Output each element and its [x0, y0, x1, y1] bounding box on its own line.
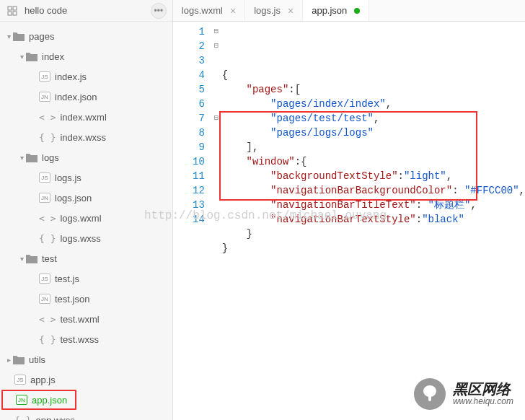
folder-logs[interactable]: ▾ logs: [0, 147, 172, 167]
file-test-wxml[interactable]: < >test.wxml: [0, 309, 172, 329]
caret-down-icon: ▾: [17, 53, 26, 61]
file-index-wxml[interactable]: < >index.wxml: [0, 107, 172, 127]
folder-icon: [26, 52, 38, 61]
js-file-icon: JS: [14, 375, 26, 385]
folder-icon: [13, 355, 25, 364]
folder-label: utils: [29, 354, 45, 365]
file-index-json[interactable]: JNindex.json: [0, 87, 172, 107]
file-index-js[interactable]: JSindex.js: [0, 66, 172, 87]
fold-gutter: ⊟⊟⊟: [211, 25, 222, 270]
file-test-js[interactable]: JStest.js: [0, 268, 172, 289]
line-number-gutter: 1234567891011121314: [173, 25, 211, 270]
file-test-json[interactable]: JNtest.json: [0, 289, 172, 309]
code-content[interactable]: { "pages":[ "pages/index/index", "pages/…: [222, 25, 525, 270]
svg-rect-2: [8, 12, 12, 15]
close-icon[interactable]: ×: [288, 5, 294, 17]
project-name: hello code: [19, 5, 151, 16]
file-logs-wxss[interactable]: { }logs.wxss: [0, 228, 172, 248]
wxml-file-icon: < >: [39, 213, 56, 224]
js-file-icon: JS: [39, 71, 50, 82]
file-app-wxss[interactable]: { }app.wxss: [0, 410, 172, 420]
folder-test[interactable]: ▾ test: [0, 248, 172, 268]
folder-index[interactable]: ▾ index: [0, 46, 172, 66]
svg-rect-3: [13, 12, 17, 15]
file-logs-js[interactable]: JSlogs.js: [0, 167, 172, 188]
caret-down-icon: ▾: [17, 154, 26, 162]
folder-pages[interactable]: ▾ pages: [0, 26, 172, 46]
tab-label: app.json: [312, 5, 347, 16]
wxss-file-icon: { }: [39, 334, 56, 345]
close-icon[interactable]: ×: [230, 5, 236, 17]
wxml-file-icon: < >: [39, 112, 56, 123]
more-button[interactable]: •••: [151, 3, 167, 19]
file-logs-wxml[interactable]: < >logs.wxml: [0, 208, 172, 228]
folder-label: index: [42, 51, 64, 62]
folder-icon: [13, 32, 25, 41]
json-file-icon: JN: [39, 92, 50, 102]
file-app-json[interactable]: JNapp.json: [1, 390, 76, 410]
wxss-file-icon: { }: [39, 132, 56, 143]
js-file-icon: JS: [39, 172, 50, 183]
editor-tabs: logs.wxml × logs.js × app.json: [173, 0, 525, 22]
caret-down-icon: ▾: [4, 32, 13, 40]
code-area[interactable]: 1234567891011121314 ⊟⊟⊟ { "pages":[ "pag…: [173, 22, 525, 270]
svg-rect-1: [13, 6, 17, 10]
wxss-file-icon: { }: [14, 415, 31, 421]
wxss-file-icon: { }: [39, 233, 56, 244]
tab-label: logs.js: [254, 5, 281, 16]
tree-view-toggle-icon[interactable]: [6, 4, 19, 17]
file-app-js[interactable]: JSapp.js: [0, 369, 172, 390]
file-index-wxss[interactable]: { }index.wxss: [0, 127, 172, 147]
file-test-wxss[interactable]: { }test.wxss: [0, 329, 172, 349]
folder-icon: [26, 153, 38, 162]
tab-app-json[interactable]: app.json: [303, 0, 369, 21]
file-tree: ▾ pages ▾ index JSindex.js JNindex.json …: [0, 22, 172, 420]
caret-down-icon: ▾: [17, 255, 26, 263]
tab-logs-wxml[interactable]: logs.wxml ×: [173, 0, 245, 21]
tab-logs-js[interactable]: logs.js ×: [245, 0, 303, 21]
wxml-file-icon: < >: [39, 314, 56, 325]
js-file-icon: JS: [39, 274, 50, 284]
folder-label: logs: [42, 152, 59, 163]
tab-label: logs.wxml: [182, 5, 223, 16]
folder-label: test: [42, 253, 57, 264]
code-editor: logs.wxml × logs.js × app.json 123456789…: [173, 0, 525, 420]
json-file-icon: JN: [39, 294, 50, 304]
modified-indicator-icon: [354, 8, 360, 14]
folder-utils[interactable]: ▸ utils: [0, 349, 172, 369]
sidebar-header: hello code •••: [0, 0, 172, 22]
file-explorer-sidebar: hello code ••• ▾ pages ▾ index JSindex.j…: [0, 0, 173, 420]
caret-right-icon: ▸: [4, 356, 13, 364]
folder-label: pages: [29, 31, 54, 42]
json-file-icon: JN: [16, 395, 27, 405]
folder-icon: [26, 254, 38, 263]
json-file-icon: JN: [39, 193, 50, 203]
file-logs-json[interactable]: JNlogs.json: [0, 188, 172, 208]
svg-rect-0: [8, 6, 12, 10]
